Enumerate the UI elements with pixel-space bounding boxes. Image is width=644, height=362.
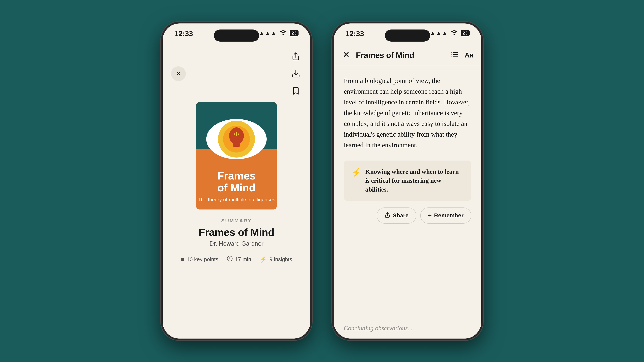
right-wifi-icon xyxy=(451,29,458,37)
right-status-icons: ▲▲▲ 23 xyxy=(430,29,470,37)
summary-label: SUMMARY xyxy=(221,218,252,224)
share-button[interactable]: Share xyxy=(377,207,416,224)
right-body: From a biological point of view, the env… xyxy=(334,65,481,339)
author-name: Dr. Howard Gardner xyxy=(210,240,264,247)
list-icon[interactable] xyxy=(451,50,458,60)
insight-lightning-icon: ⚡ xyxy=(351,168,361,177)
bookmark-icon-btn[interactable] xyxy=(290,85,302,97)
remember-label: Remember xyxy=(434,212,464,219)
time-stat: 17 min xyxy=(227,256,251,263)
right-phone: 12:33 ▲▲▲ 23 Frames of Mind xyxy=(332,22,483,340)
book-cover: Frames of Mind The theory of multiple in… xyxy=(196,102,277,210)
nav-right-icons: Aa xyxy=(451,50,473,60)
key-points-stat: ≡ 10 key points xyxy=(181,256,218,263)
insights-stat: ⚡ 9 insights xyxy=(260,256,292,263)
insights-label: 9 insights xyxy=(270,256,292,263)
right-action-icons xyxy=(290,50,302,97)
share-label: Share xyxy=(393,212,409,219)
key-points-icon: ≡ xyxy=(181,256,184,263)
right-phone-screen: 12:33 ▲▲▲ 23 Frames of Mind xyxy=(334,23,481,339)
action-buttons: Share + Remember xyxy=(344,207,471,224)
left-screen-content: Frames of Mind The theory of multiple in… xyxy=(163,45,310,339)
book-stats: ≡ 10 key points 17 min ⚡ 9 insights xyxy=(181,256,292,263)
text-size-icon[interactable]: Aa xyxy=(464,51,473,59)
left-status-time: 12:33 xyxy=(174,29,193,38)
right-signal-icon: ▲▲▲ xyxy=(430,30,448,37)
share-icon xyxy=(384,212,390,219)
right-dynamic-island xyxy=(385,29,430,41)
left-phone-screen: 12:33 ▲▲▲ 23 xyxy=(163,23,310,339)
plus-icon: + xyxy=(428,212,432,219)
insight-card: ⚡ Knowing where and when to learn is cri… xyxy=(344,161,471,201)
bottom-peek-text: Concluding observations... xyxy=(344,325,471,332)
body-text: From a biological point of view, the env… xyxy=(344,75,471,150)
svg-rect-10 xyxy=(233,143,240,147)
nav-title: Frames of Mind xyxy=(356,51,414,60)
left-dynamic-island xyxy=(214,29,259,41)
right-nav: Frames of Mind Aa xyxy=(334,45,481,65)
left-phone: 12:33 ▲▲▲ 23 xyxy=(161,22,312,340)
nav-close-button[interactable] xyxy=(342,50,350,60)
time-icon xyxy=(227,256,233,263)
lightning-icon: ⚡ xyxy=(260,256,267,263)
left-wifi-icon xyxy=(280,29,286,37)
right-battery: 23 xyxy=(461,30,470,36)
time-label: 17 min xyxy=(235,256,251,263)
left-signal-icon: ▲▲▲ xyxy=(258,30,276,37)
cover-subtitle: The theory of multiple intelligences xyxy=(198,196,275,203)
cover-title: Frames of Mind xyxy=(198,170,275,194)
book-name: Frames of Mind xyxy=(198,226,274,238)
key-points-label: 10 key points xyxy=(187,256,218,263)
download-icon-btn[interactable] xyxy=(290,68,302,80)
left-top-bar xyxy=(163,45,310,100)
remember-button[interactable]: + Remember xyxy=(420,207,471,224)
left-status-icons: ▲▲▲ 23 xyxy=(258,29,298,37)
book-cover-text: Frames of Mind The theory of multiple in… xyxy=(198,170,275,203)
bottom-fade xyxy=(334,305,481,339)
close-button[interactable] xyxy=(171,66,186,81)
insight-text: Knowing where and when to learn is criti… xyxy=(365,167,464,194)
right-status-time: 12:33 xyxy=(346,29,364,38)
left-battery: 23 xyxy=(290,30,298,36)
share-icon-btn[interactable] xyxy=(290,50,302,62)
